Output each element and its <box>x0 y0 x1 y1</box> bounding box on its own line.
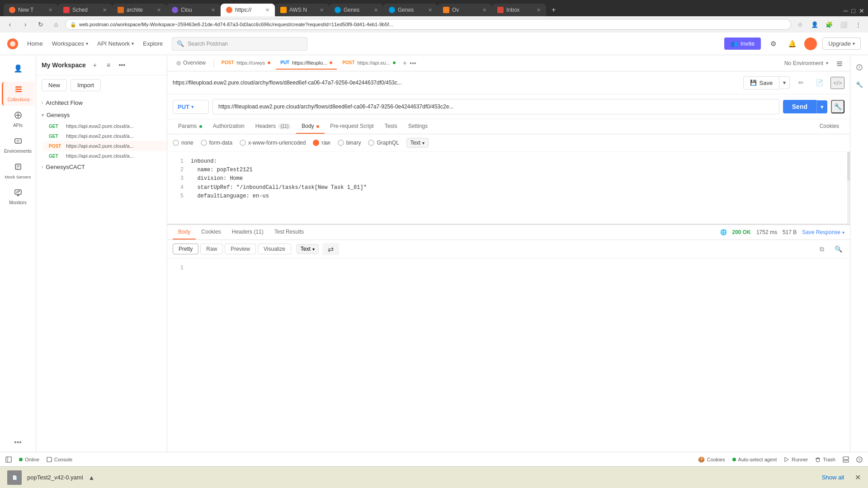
back-button[interactable]: ‹ <box>4 18 16 31</box>
nav-home[interactable]: Home <box>27 40 43 47</box>
req-tab-3[interactable]: POST https://api.eu... <box>338 57 400 70</box>
response-tab-cookies[interactable]: Cookies <box>196 225 226 239</box>
edit-request-button[interactable]: ✏ <box>794 76 808 89</box>
profile-icon[interactable]: 👤 <box>808 18 821 31</box>
tab-close-4[interactable]: ✕ <box>211 7 215 13</box>
tab-params[interactable]: Params <box>173 119 208 134</box>
tree-item-g2[interactable]: GET https://api.euw2.pure.cloud/a... <box>43 131 167 141</box>
panel-more-button[interactable]: ••• <box>117 60 127 70</box>
address-bar[interactable]: 🔒 web.postman.co/workspace/My-Workspace~… <box>65 19 791 30</box>
browser-tab-9[interactable]: Ov ✕ <box>438 4 492 16</box>
send-dropdown-button[interactable]: ▾ <box>816 100 827 113</box>
new-button[interactable]: New <box>42 79 67 91</box>
extensions-icon[interactable]: 🧩 <box>823 18 835 31</box>
browser-tab-1[interactable]: New T ✕ <box>4 4 58 16</box>
url-input-field[interactable]: https://fileupload.euw2.pure.cloud/archy… <box>212 99 779 114</box>
home-button[interactable]: ⌂ <box>50 18 62 31</box>
tab-close-3[interactable]: ✕ <box>157 7 161 13</box>
tab-close-10[interactable]: ✕ <box>537 7 541 13</box>
send-button[interactable]: Send <box>783 100 816 113</box>
auto-select-agent[interactable]: Auto-select agent <box>732 457 777 462</box>
copy-response-button[interactable]: ⧉ <box>816 243 828 255</box>
radio-graphql[interactable]: GraphQL <box>368 140 399 146</box>
response-tab-headers[interactable]: Headers (11) <box>226 225 269 239</box>
tab-settings[interactable]: Settings <box>403 119 433 134</box>
layout-toggle[interactable] <box>843 456 849 463</box>
right-sidebar-icon-2[interactable]: 🔧 <box>853 78 866 91</box>
req-tab-1[interactable]: POST https://cvwys <box>217 57 275 70</box>
tab-close-5[interactable]: ✕ <box>265 7 269 13</box>
view-tab-visualize[interactable]: Visualize <box>258 244 291 254</box>
minimize-icon[interactable]: ─ <box>844 7 848 14</box>
help-icon[interactable]: ? <box>856 456 863 463</box>
tab-close-8[interactable]: ✕ <box>428 7 432 13</box>
upgrade-button[interactable]: Upgrade ▾ <box>822 38 861 50</box>
tab-close-2[interactable]: ✕ <box>103 7 107 13</box>
tab-close-7[interactable]: ✕ <box>374 7 378 13</box>
add-tab-button[interactable]: + <box>403 59 407 67</box>
tree-item-g4[interactable]: GET https://api.euw2.pure.cloud/a... <box>43 151 167 161</box>
tab-authorization[interactable]: Authorization <box>208 119 250 134</box>
radio-urlencoded[interactable]: x-www-form-urlencoded <box>240 140 306 146</box>
nav-api-network[interactable]: API Network ▾ <box>97 40 134 47</box>
response-tab-body[interactable]: Body <box>173 225 196 239</box>
sidebar-user-icon[interactable]: 👤 <box>2 61 34 76</box>
view-tab-raw[interactable]: Raw <box>200 244 223 254</box>
save-request-button[interactable]: 💾 Save <box>743 76 780 89</box>
tree-item-g1[interactable]: GET https://api.euw2.pure.cloud/a... <box>43 121 167 131</box>
tab-pre-request[interactable]: Pre-request Script <box>325 119 379 134</box>
sidebar-item-mock-servers[interactable]: Mock Servers <box>2 159 34 183</box>
runner-button[interactable]: Runner <box>784 457 808 462</box>
header-search-bar[interactable]: 🔍 Search Postman <box>172 37 307 51</box>
trash-button[interactable]: Trash <box>815 457 835 462</box>
tab-headers[interactable]: Headers (11) <box>250 119 297 134</box>
tab-close-1[interactable]: ✕ <box>48 7 52 13</box>
browser-tab-5[interactable]: https:// ✕ <box>221 4 275 16</box>
browser-tab-3[interactable]: archite ✕ <box>112 4 166 16</box>
download-close-button[interactable]: ✕ <box>855 473 861 482</box>
panel-filter-button[interactable]: ≡ <box>103 60 114 70</box>
browser-menu-icon[interactable]: ⋮ <box>852 18 864 31</box>
nav-explore[interactable]: Explore <box>143 40 163 47</box>
more-tabs-button[interactable]: ••• <box>410 60 416 67</box>
browser-tab-4[interactable]: Clou ✕ <box>166 4 221 16</box>
browser-tab-2[interactable]: Sched ✕ <box>58 4 112 16</box>
view-tab-pretty[interactable]: Pretty <box>173 244 198 254</box>
sidebar-item-apis[interactable]: APIs <box>2 108 34 131</box>
save-response-button[interactable]: Save Response ▾ <box>802 229 844 235</box>
tree-item-g3[interactable]: POST https://api.euw2.pure.cloud/a... <box>43 141 167 151</box>
sidebar-item-monitors[interactable]: Monitors <box>2 185 34 209</box>
radio-form-data[interactable]: form-data <box>201 140 232 146</box>
split-icon[interactable]: ⬜ <box>837 18 850 31</box>
panel-add-button[interactable]: + <box>90 60 100 70</box>
tree-group-genesyscact[interactable]: › GenesysCACT <box>36 161 167 173</box>
tree-group-architect-flow[interactable]: › Architect Flow <box>36 97 167 109</box>
reload-button[interactable]: ↻ <box>34 18 47 31</box>
forward-button[interactable]: › <box>19 18 32 31</box>
radio-none[interactable]: none <box>173 140 193 146</box>
req-tab-2[interactable]: PUT https://fileuplo... <box>276 57 337 70</box>
tab-close-9[interactable]: ✕ <box>482 7 486 13</box>
request-right-icon[interactable]: 🔧 <box>831 100 844 113</box>
notifications-button[interactable]: 🔔 <box>785 37 799 51</box>
method-selector[interactable]: PUT ▾ <box>173 100 209 114</box>
settings-button[interactable]: ⚙ <box>766 37 780 51</box>
overview-tab[interactable]: ◎ Overview <box>171 56 211 70</box>
online-status[interactable]: Online <box>19 457 39 462</box>
user-avatar[interactable] <box>804 38 817 50</box>
browser-tab-10[interactable]: Inbox ✕ <box>492 4 546 16</box>
close-window-icon[interactable]: ✕ <box>859 7 864 14</box>
view-tab-preview[interactable]: Preview <box>225 244 256 254</box>
save-dropdown-button[interactable]: ▾ <box>779 76 790 89</box>
tab-body[interactable]: Body <box>296 119 325 134</box>
show-all-button[interactable]: Show all <box>822 474 844 481</box>
browser-tab-7[interactable]: Genes ✕ <box>329 4 383 16</box>
search-response-button[interactable]: 🔍 <box>832 243 844 255</box>
cookies-button[interactable]: 🍪 Cookies <box>698 456 725 463</box>
no-environment-selector[interactable]: No Environment ▾ <box>784 60 828 66</box>
radio-raw[interactable]: raw <box>313 140 330 146</box>
console-button[interactable]: Console <box>47 457 72 462</box>
request-body-editor[interactable]: 1 inbound: 2 name: popTest2121 3 divisio… <box>167 152 850 224</box>
docs-button[interactable]: 📄 <box>812 76 826 89</box>
maximize-icon[interactable]: □ <box>852 7 855 14</box>
